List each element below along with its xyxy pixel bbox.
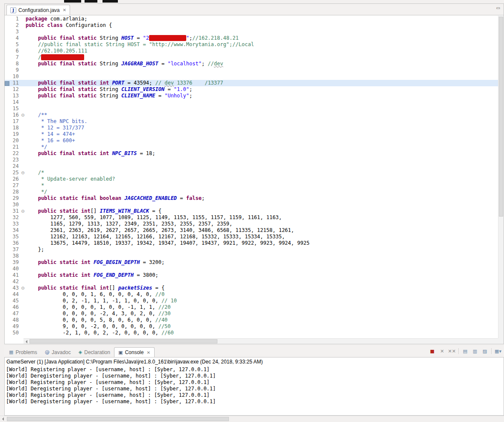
- code-line[interactable]: 8 public final static String JAGGRAB_HOS…: [5, 61, 498, 67]
- code-line[interactable]: 22 public final static int NPC_BITS = 18…: [5, 150, 498, 157]
- code-line[interactable]: 37 };: [5, 246, 498, 253]
- tab-declaration[interactable]: ◈Declaration: [75, 347, 114, 357]
- code-text: /**: [26, 112, 498, 118]
- fold-column: [20, 41, 26, 48]
- fold-collapse-icon[interactable]: ⊖: [20, 285, 26, 291]
- code-line[interactable]: 2public class Configuration {: [5, 22, 498, 29]
- pin-console-icon[interactable]: ▨: [481, 348, 488, 355]
- code-token: "1.0": [174, 86, 189, 92]
- scroll-lock-icon[interactable]: ▥: [472, 348, 478, 355]
- code-line[interactable]: 26 * Update-server enabled?: [5, 176, 498, 182]
- code-line[interactable]: 24: [5, 163, 498, 170]
- terminate-icon[interactable]: ■: [429, 348, 436, 355]
- code-line[interactable]: 11 public final static int PORT = 43594;…: [5, 80, 498, 86]
- code-line[interactable]: 49 9, 0, 0, -2, 0, 0, 0, 0, 0, 0, //50: [5, 323, 498, 330]
- open-console-icon[interactable]: ▦▾: [495, 348, 501, 355]
- code-line[interactable]: 40: [5, 266, 498, 272]
- code-line[interactable]: 1package com.arlania;: [5, 16, 498, 22]
- tab-javadoc[interactable]: @Javadoc: [41, 347, 75, 357]
- code-line[interactable]: 41 public static int FOG_END_DEPTH = 380…: [5, 272, 498, 278]
- fold-column: [20, 86, 26, 93]
- code-line[interactable]: 10: [5, 73, 498, 80]
- marker-column: [5, 317, 9, 323]
- code-token: JAGGRAB_HOST: [121, 61, 158, 67]
- code-line[interactable]: 20 * 16 = 600+: [5, 138, 498, 144]
- code-line[interactable]: 33 1165, 1279, 1313, 1327, 2349, 2351, 2…: [5, 221, 498, 227]
- code-line[interactable]: 30: [5, 202, 498, 208]
- marker-column: [5, 291, 9, 298]
- code-line[interactable]: 46 0, 0, 0, 0, 1, 0, 0, -1, 1, 1, //20: [5, 304, 498, 311]
- code-area[interactable]: 1package com.arlania;2public class Confi…: [5, 16, 498, 338]
- code-line[interactable]: 44 0, 0, 0, 1, 6, 0, 0, 0, 4, 0, //0: [5, 291, 498, 298]
- code-line[interactable]: 42: [5, 278, 498, 285]
- code-line[interactable]: 16⊖ /**: [5, 112, 498, 118]
- code-line[interactable]: 15: [5, 106, 498, 112]
- code-token: public: [38, 195, 56, 201]
- close-icon[interactable]: ✕: [147, 350, 150, 355]
- remove-launch-icon[interactable]: ✕: [439, 348, 445, 355]
- code-line[interactable]: 17 * The NPC bits.: [5, 118, 498, 125]
- tab-problems[interactable]: ▦Problems: [5, 347, 41, 357]
- code-line[interactable]: 35 12162, 12163, 12164, 12165, 12166, 12…: [5, 234, 498, 240]
- code-line[interactable]: 25⊖ /*: [5, 170, 498, 176]
- code-line[interactable]: 50 -2, 1, 0, 0, 2, -2, 0, 0, 0, 0, //60: [5, 330, 498, 336]
- scrollbar-thumb[interactable]: [7, 417, 229, 421]
- console-horizontal-scrollbar[interactable]: [0, 416, 504, 422]
- code-line[interactable]: 29 public static final boolean JAGCACHED…: [5, 195, 498, 202]
- code-line[interactable]: 45 0, 2, -1, 1, 1, -1, 1, 0, 0, 0, // 10: [5, 298, 498, 304]
- code-line[interactable]: 19 * 14 = 474+: [5, 131, 498, 138]
- code-line[interactable]: 39 public static int FOG_BEGIN_DEPTH = 3…: [5, 259, 498, 266]
- tab-label: Declaration: [84, 349, 110, 355]
- console-view[interactable]: GameServer (1) [Java Application] C:\Pro…: [4, 357, 504, 416]
- marker-column: [5, 99, 9, 106]
- fold-collapse-icon[interactable]: ⊖: [20, 170, 26, 176]
- editor-vertical-scrollbar[interactable]: [498, 16, 504, 338]
- console-output[interactable]: [World] Registering player - [username, …: [5, 366, 504, 405]
- code-line[interactable]: 18 * 12 = 317/377: [5, 125, 498, 131]
- code-line[interactable]: 23: [5, 157, 498, 163]
- code-line[interactable]: 9: [5, 67, 498, 73]
- code-line[interactable]: 36 13675, 14479, 18510, 19337, 19342, 19…: [5, 240, 498, 246]
- minimize-icon[interactable]: ▭: [496, 6, 501, 10]
- fold-collapse-icon[interactable]: ⊖: [20, 208, 26, 214]
- scrollbar-thumb[interactable]: [499, 17, 503, 217]
- clear-console-icon[interactable]: ▤: [462, 348, 469, 355]
- code-text: };: [26, 246, 498, 253]
- code-line[interactable]: 4 public final static String HOST = "2 "…: [5, 35, 498, 41]
- code-line[interactable]: 27 *: [5, 182, 498, 189]
- code-line[interactable]: 7 /: [5, 54, 498, 61]
- code-token: [26, 285, 38, 291]
- scroll-left-arrow[interactable]: [0, 416, 6, 422]
- scroll-left-arrow[interactable]: [23, 339, 29, 344]
- code-line[interactable]: 43⊖ public static final int[] packetSize…: [5, 285, 498, 291]
- line-marker-icon: [5, 80, 9, 86]
- code-line[interactable]: 32 1277, 560, 559, 1077, 1089, 1125, 114…: [5, 214, 498, 221]
- code-line[interactable]: 13 public final static String CLIENT_NAM…: [5, 93, 498, 99]
- editor-horizontal-scrollbar[interactable]: [23, 338, 498, 344]
- close-icon[interactable]: ✕: [63, 8, 66, 12]
- fold-column: [20, 189, 26, 195]
- code-line[interactable]: 14: [5, 99, 498, 106]
- code-line[interactable]: 48 0, 0, 0, 0, 5, 8, 0, 6, 0, 0, //40: [5, 317, 498, 323]
- code-line[interactable]: 5 //public final static String HOST = "h…: [5, 41, 498, 48]
- code-line[interactable]: 6 //62.100.205.111: [5, 48, 498, 54]
- code-token: [26, 259, 38, 265]
- code-line[interactable]: 12 public final static String CLIENT_VER…: [5, 86, 498, 93]
- remove-all-terminated-icon[interactable]: ✕✕: [448, 348, 455, 355]
- code-token: * 16 = 600+: [38, 138, 75, 144]
- code-text: public final static int PORT = 43594; //…: [26, 80, 498, 86]
- line-number: 19: [9, 131, 20, 138]
- code-line[interactable]: 34 2361, 2363, 2619, 2627, 2657, 2665, 2…: [5, 227, 498, 234]
- code-line[interactable]: 47 0, 0, 0, 0, -2, 4, 3, 0, 2, 0, //30: [5, 311, 498, 317]
- code-line[interactable]: 31⊖ public static int[] ITEMS_WITH_BLACK…: [5, 208, 498, 214]
- scrollbar-thumb[interactable]: [29, 339, 217, 343]
- code-line[interactable]: 21 */: [5, 144, 498, 150]
- code-token: [26, 112, 38, 118]
- fold-collapse-icon[interactable]: ⊖: [20, 112, 26, 118]
- code-token: =: [164, 86, 174, 92]
- tab-console[interactable]: ▣Console✕: [114, 347, 155, 357]
- code-line[interactable]: 3: [5, 29, 498, 35]
- code-line[interactable]: 28 */: [5, 189, 498, 195]
- tab-configuration-java[interactable]: J Configuration.java ✕: [6, 5, 70, 15]
- code-line[interactable]: 38: [5, 253, 498, 259]
